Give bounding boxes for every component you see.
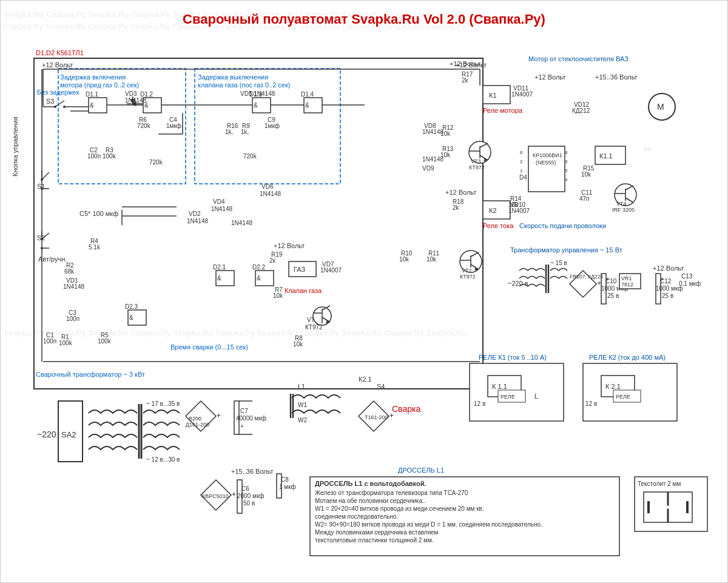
svg-text:6: 6	[520, 150, 523, 155]
svg-text:C5* 100 мкф: C5* 100 мкф	[79, 210, 118, 217]
svg-text:ДРОССЕЛЬ L1 с вольтодобавкой.: ДРОССЕЛЬ L1 с вольтодобавкой.	[315, 480, 426, 487]
svg-text:VT4: VT4	[616, 201, 627, 207]
svg-text:VT3: VT3	[471, 158, 481, 164]
svg-text:мотора (пред газ 0..2 сек): мотора (пред газ 0..2 сек)	[60, 81, 139, 89]
svg-text:10k: 10k	[293, 341, 303, 348]
svg-text:VR1: VR1	[621, 275, 632, 281]
svg-text:РЕЛЕ: РЕЛЕ	[500, 394, 515, 400]
svg-text:К2.1: К2.1	[359, 376, 372, 383]
schematic-svg: D1,D2 К561ТЛ1 Задержка включения мотора …	[1, 1, 728, 583]
svg-text:2к: 2к	[269, 257, 276, 264]
svg-text:0,1 мкф: 0,1 мкф	[679, 280, 701, 287]
svg-text:&: &	[257, 275, 261, 281]
svg-text:10k: 10k	[399, 256, 410, 263]
svg-text:25 в: 25 в	[607, 292, 619, 299]
page-container: Svapka.Ru Сварка.Ру Svapka.Ru Сварка.Ру …	[0, 0, 728, 583]
svg-text:VD4: VD4	[213, 198, 225, 205]
svg-text:Реле тока: Реле тока	[483, 222, 514, 229]
svg-line-27	[55, 101, 64, 107]
svg-text:1N4148: 1N4148	[211, 206, 232, 212]
svg-text:10k: 10k	[581, 171, 592, 178]
svg-text:КТ972: КТ972	[469, 164, 485, 170]
svg-text:2k: 2k	[453, 204, 460, 211]
svg-text:M: M	[657, 102, 664, 112]
svg-text:ГАЗ: ГАЗ	[294, 266, 305, 273]
svg-text:D2.3: D2.3	[125, 303, 138, 310]
svg-text:1k,: 1k,	[241, 129, 249, 135]
svg-text:1мкф: 1мкф	[265, 123, 280, 129]
svg-text:12 в: 12 в	[585, 400, 597, 407]
svg-text:D4: D4	[519, 174, 527, 181]
svg-text:VT2: VT2	[462, 268, 472, 274]
svg-text:Сварочный трансформатор ~ 3 кВ: Сварочный трансформатор ~ 3 кВт	[36, 371, 145, 378]
svg-text:КР1006ВИ1: КР1006ВИ1	[533, 152, 562, 158]
svg-text:L: L	[534, 393, 538, 400]
svg-text:1N4007: 1N4007	[508, 207, 530, 214]
svg-text:Текстолит 2 мм: Текстолит 2 мм	[638, 480, 681, 487]
svg-text:КД212: КД212	[572, 107, 590, 114]
svg-text:К2: К2	[489, 207, 497, 214]
svg-text:+12 Вольт: +12 Вольт	[274, 242, 305, 249]
svg-text:Время сварки (0...15 сек): Время сварки (0...15 сек)	[170, 343, 248, 351]
svg-text:VD2: VD2	[189, 211, 201, 217]
svg-text:D2.1: D2.1	[213, 264, 226, 271]
svg-text:S3: S3	[46, 98, 54, 105]
svg-text:ea: ea	[644, 145, 652, 152]
svg-text:720k: 720k	[149, 159, 163, 166]
svg-text:T161-200: T161-200	[365, 414, 388, 420]
svg-text:47п: 47п	[579, 195, 590, 202]
svg-text:720k: 720k	[137, 123, 151, 129]
svg-text:РЕЛЕ К1 (ток 5 ..10 А): РЕЛЕ К1 (ток 5 ..10 А)	[479, 354, 547, 361]
svg-text:VD9: VD9	[422, 165, 434, 172]
svg-text:(NE555): (NE555)	[536, 160, 556, 166]
svg-text:К1.1: К1.1	[599, 152, 613, 160]
svg-text:~ 15 в: ~ 15 в	[550, 260, 567, 266]
svg-text:&: &	[129, 314, 133, 321]
svg-text:25 в: 25 в	[662, 292, 673, 299]
svg-text:+: +	[217, 411, 221, 420]
svg-text:40000 мкф: 40000 мкф	[236, 415, 266, 422]
svg-line-288	[42, 172, 49, 180]
svg-text:+: +	[232, 490, 236, 499]
svg-text:W1: W1	[298, 402, 307, 408]
svg-text:C7: C7	[240, 408, 248, 414]
svg-text:D1.4: D1.4	[301, 91, 314, 98]
svg-text:12 в: 12 в	[474, 400, 485, 407]
svg-text:РЕЛЕ К2 (ток до 400 мА): РЕЛЕ К2 (ток до 400 мА)	[589, 354, 666, 361]
svg-text:VD5 1N4148: VD5 1N4148	[240, 90, 275, 97]
svg-text:К 1.1: К 1.1	[492, 383, 507, 390]
svg-text:4: 4	[565, 177, 568, 183]
svg-text:+12 Вольт: +12 Вольт	[450, 60, 480, 67]
svg-text:2k: 2k	[462, 77, 469, 84]
svg-text:5.1k: 5.1k	[89, 244, 101, 251]
svg-text:КВPC5010: КВPC5010	[202, 493, 229, 499]
svg-text:C13: C13	[681, 273, 693, 280]
svg-text:2: 2	[520, 159, 523, 164]
svg-text:&: &	[305, 102, 309, 109]
svg-text:100п: 100п	[43, 338, 56, 345]
svg-text:1N4148: 1N4148	[422, 156, 443, 163]
svg-text:+15..36 Вольт: +15..36 Вольт	[595, 73, 638, 81]
svg-text:+12 Вольт: +12 Вольт	[42, 61, 73, 69]
svg-text:W1 = 20+20=40 витков провода и: W1 = 20+20=40 витков провода из меди сеч…	[315, 505, 484, 512]
svg-text:&: &	[254, 102, 258, 109]
svg-text:1k,: 1k,	[225, 129, 233, 135]
svg-text:+: +	[597, 279, 601, 288]
svg-text:Реле мотора: Реле мотора	[483, 107, 523, 114]
svg-text:1N4148: 1N4148	[260, 190, 281, 197]
svg-text:S4: S4	[377, 383, 385, 390]
svg-text:+12 Вольт: +12 Вольт	[653, 265, 684, 272]
svg-text:+: +	[660, 275, 664, 283]
svg-text:10k: 10k	[273, 292, 283, 299]
svg-text:Авт/ручн.: Авт/ручн.	[38, 255, 67, 263]
svg-text:10k: 10k	[508, 201, 519, 208]
svg-text:D1,D2  К561ТЛ1: D1,D2 К561ТЛ1	[36, 49, 84, 56]
svg-text:Клапан газа: Клапан газа	[285, 287, 322, 294]
svg-text:7812: 7812	[621, 281, 633, 288]
svg-text:100п: 100п	[87, 153, 101, 160]
svg-text:100k: 100k	[98, 338, 112, 345]
svg-text:W2= 90+90=180 витков провода и: W2= 90+90=180 витков провода из меди D =…	[315, 521, 542, 528]
svg-text:C8: C8	[281, 476, 289, 483]
svg-text:+12 Вольт: +12 Вольт	[445, 189, 476, 196]
svg-text:Кнопка управления: Кнопка управления	[12, 116, 19, 177]
